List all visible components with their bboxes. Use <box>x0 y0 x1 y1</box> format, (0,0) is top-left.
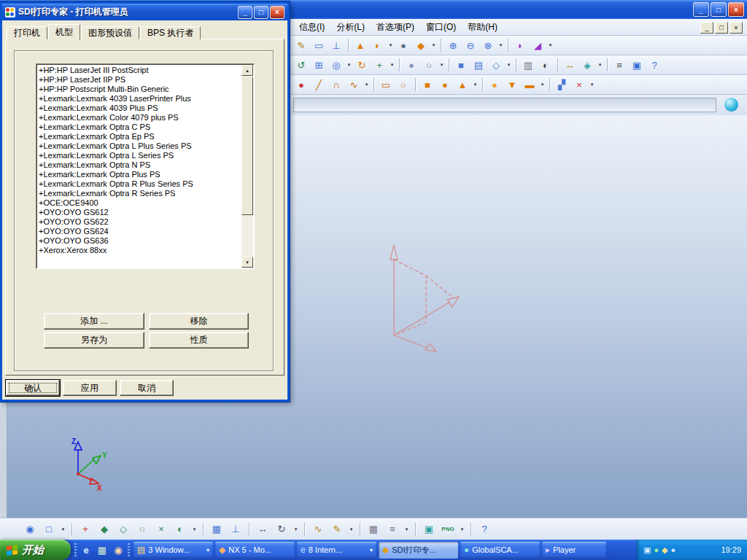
datum-plane-icon[interactable]: ▭ <box>311 37 327 53</box>
tray-icon-2[interactable]: ● <box>654 545 659 555</box>
minimize-button[interactable]: _ <box>693 2 709 17</box>
dropdown-arrow-icon[interactable]: ▾ <box>363 77 370 92</box>
pocket-icon[interactable]: ▼ <box>504 77 520 93</box>
printer-list-item[interactable]: +Lexmark:Lexmark 4039 LaserPrinter Plus <box>39 94 241 104</box>
subtract-icon[interactable]: ⊖ <box>462 37 479 53</box>
dropdown-arrow-icon[interactable]: ▾ <box>459 522 465 537</box>
rectangle-icon[interactable]: ▭ <box>378 77 394 93</box>
context-help-icon[interactable]: ? <box>476 521 492 537</box>
quadrant-point-icon[interactable]: ◐ <box>172 521 188 537</box>
printer-list-item[interactable]: +Lexmark:Lexmark Optra L Series PS <box>39 151 241 160</box>
dropdown-arrow-icon[interactable]: ▾ <box>438 58 445 72</box>
printer-list-item[interactable]: +HP:HP LaserJet IIP PS <box>39 75 241 85</box>
ok-button[interactable]: 确认 <box>6 380 60 396</box>
line-icon[interactable]: ╱ <box>311 77 327 93</box>
cone-icon[interactable]: ▲ <box>454 77 471 93</box>
intersection-point-icon[interactable]: × <box>153 521 169 537</box>
maximize-button[interactable]: □ <box>254 6 268 19</box>
center-point-icon[interactable]: ○ <box>134 521 150 537</box>
measure-icon[interactable]: ↔ <box>562 57 578 73</box>
printer-list-item[interactable]: +Lexmark:Lexmark Optra R Series PS <box>39 189 241 198</box>
zoom-icon[interactable]: ◎ <box>328 57 344 73</box>
printer-list-item[interactable]: +Lexmark:Lexmark Optra C PS <box>39 122 241 132</box>
help-icon[interactable]: ? <box>646 57 662 73</box>
dropdown-arrow-icon[interactable]: ▾ <box>389 58 395 72</box>
save-as-button[interactable]: 另存为 <box>44 332 144 349</box>
selection-scope-icon[interactable]: □ <box>41 521 57 537</box>
dropdown-arrow-icon[interactable]: ▾ <box>60 522 66 537</box>
fit-view-icon[interactable]: ⊞ <box>311 57 327 73</box>
toolbar-grip-handle[interactable] <box>128 543 130 556</box>
snap-point-icon[interactable]: + <box>77 521 93 537</box>
dropdown-arrow-icon[interactable]: ▾ <box>346 58 352 72</box>
edge-blend-icon[interactable]: ◗ <box>512 37 528 53</box>
close-button[interactable]: × <box>728 2 744 17</box>
dropdown-arrow-icon[interactable]: ▾ <box>589 77 595 92</box>
mirror-feature-icon[interactable]: ▞ <box>554 77 570 93</box>
start-button[interactable]: 开始 <box>0 540 71 560</box>
close-button[interactable]: × <box>729 22 743 34</box>
quick-launch-internet-explorer-icon[interactable]: e <box>80 543 93 556</box>
list-scrollbar[interactable]: ▲ ▼ <box>241 65 253 268</box>
dropdown-arrow-icon[interactable]: ▾ <box>293 522 299 537</box>
end-point-icon[interactable]: ◆ <box>96 521 112 537</box>
tray-icon-4[interactable]: ● <box>671 545 676 555</box>
scroll-up-button[interactable]: ▲ <box>241 65 253 76</box>
maximize-button[interactable]: □ <box>711 2 727 17</box>
work-plane-icon[interactable]: ▦ <box>209 521 225 537</box>
quick-launch-show-desktop-icon[interactable]: ▦ <box>96 543 109 556</box>
arc-icon[interactable]: ∩ <box>328 77 344 93</box>
revolve-icon[interactable]: ◐ <box>370 37 386 53</box>
sketch-icon[interactable]: ✎ <box>293 37 309 53</box>
curve-tool-icon[interactable]: ∿ <box>310 521 326 537</box>
window-icon[interactable]: ▣ <box>629 57 645 73</box>
cancel-button[interactable]: 取消 <box>120 380 174 396</box>
properties-button[interactable]: 性质 <box>149 332 249 349</box>
minimize-button[interactable]: _ <box>238 6 252 19</box>
tray-icon-1[interactable]: ▣ <box>643 545 651 555</box>
block-icon[interactable]: ■ <box>419 77 436 93</box>
printer-list-item[interactable]: +OCE:OCE9400 <box>39 198 241 208</box>
add-button[interactable]: 添加 ... <box>44 313 144 330</box>
list-view-icon[interactable]: ≡ <box>384 521 400 537</box>
wireframe-view-icon[interactable]: ○ <box>421 57 437 73</box>
printer-list-item[interactable]: +Lexmark:Lexmark Color 4079 plus PS <box>39 113 241 122</box>
isometric-view-icon[interactable]: ◇ <box>488 57 504 73</box>
printer-list-item[interactable]: +OYO:OYO GS624 <box>39 227 241 236</box>
cylinder-icon[interactable]: ● <box>437 77 453 93</box>
layer-settings-icon[interactable]: ▥ <box>520 57 536 73</box>
printer-list-item[interactable]: +OYO:OYO GS622 <box>39 217 241 227</box>
internet-globe-icon[interactable] <box>724 98 738 112</box>
dropdown-arrow-icon[interactable]: ▾ <box>387 38 394 52</box>
dropdown-arrow-icon[interactable]: ▾ <box>547 38 554 52</box>
dropdown-arrow-icon[interactable]: ▾ <box>539 77 546 92</box>
pad-icon[interactable]: ▬ <box>522 77 538 93</box>
dialog-titlebar[interactable]: SDI打印专家 - 打印机管理员 _□× <box>2 4 287 20</box>
scrollbar-thumb[interactable] <box>241 77 253 215</box>
printer-list-item[interactable]: +HP:HP LaserJet III PostScript <box>39 66 241 75</box>
menu-item-0[interactable]: 信息(I) <box>293 19 330 36</box>
printer-list-item[interactable]: +OYO:OYO GS636 <box>39 236 241 246</box>
analysis-icon[interactable]: ◈ <box>579 57 595 73</box>
dialog-tab-0[interactable]: 打印机 <box>7 26 47 39</box>
grid-icon[interactable]: ▦ <box>365 521 382 537</box>
refresh-icon[interactable]: ↺ <box>293 57 309 73</box>
intersect-icon[interactable]: ⊗ <box>480 37 496 53</box>
dialog-tab-1[interactable]: 机型 <box>48 24 80 40</box>
extrude-icon[interactable]: ▲ <box>352 37 368 53</box>
printer-list-item[interactable]: +Lexmark:Lexmark Optra N PS <box>39 160 241 170</box>
sphere-icon[interactable]: ● <box>487 77 503 93</box>
printer-list-item[interactable]: +HP:HP Postscript Multi-Bin Generic <box>39 85 241 94</box>
dialog-tab-2[interactable]: 图形预设值 <box>81 26 139 39</box>
move-object-icon[interactable]: ↔ <box>255 521 271 537</box>
dropdown-arrow-icon[interactable]: ▾ <box>403 522 410 537</box>
printer-list-item[interactable]: +Xerox:Xerox 88xx <box>39 246 241 255</box>
selection-filter-icon[interactable]: ◉ <box>22 521 38 537</box>
toolbar-grip-handle[interactable] <box>74 543 77 556</box>
front-view-icon[interactable]: ■ <box>453 57 469 73</box>
task-windows-explorer-group[interactable]: ▤3 Window...▾ <box>133 542 213 559</box>
edit-curve-icon[interactable]: ✎ <box>329 521 345 537</box>
top-view-icon[interactable]: ▤ <box>471 57 487 73</box>
boss-icon[interactable]: ◆ <box>413 37 429 53</box>
dropdown-arrow-icon[interactable]: ▾ <box>472 77 479 92</box>
